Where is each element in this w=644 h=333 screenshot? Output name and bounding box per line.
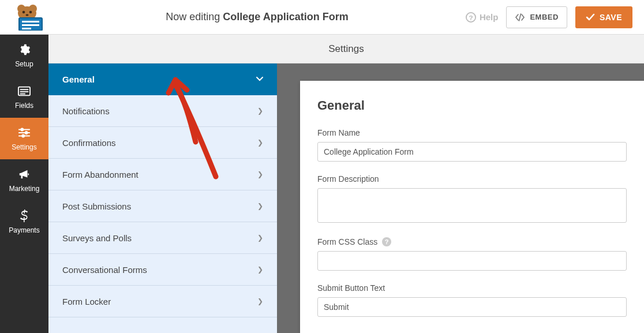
list-icon [18, 84, 31, 98]
settings-subheader: Settings [48, 35, 644, 63]
topbar-actions: ? Help EMBED SAVE [466, 6, 632, 28]
editing-form-name: College Application Form [223, 11, 348, 23]
svg-point-19 [25, 132, 28, 134]
embed-button[interactable]: EMBED [506, 6, 567, 28]
svg-point-21 [22, 134, 24, 137]
settings-menu: General Notifications ❯ Confirmations ❯ … [48, 63, 277, 333]
field-form-name: Form Name [317, 128, 627, 162]
settings-item-conversational-forms[interactable]: Conversational Forms ❯ [48, 254, 277, 286]
form-panel-container: General Form Name Form Description Form … [277, 63, 644, 333]
form-css-input[interactable] [317, 251, 627, 271]
nav-label: Fields [15, 102, 33, 110]
settings-item-label: Confirmations [62, 138, 116, 148]
settings-item-label: General [62, 74, 95, 84]
settings-item-label: Notifications [62, 106, 110, 116]
main-area: Setup Fields Settings Marketing Payments [0, 35, 644, 333]
chevron-right-icon: ❯ [257, 170, 263, 178]
check-icon [586, 13, 595, 21]
app-logo [6, 4, 48, 31]
settings-item-label: Conversational Forms [62, 265, 147, 275]
chevron-down-icon [256, 75, 263, 83]
settings-item-confirmations[interactable]: Confirmations ❯ [48, 127, 277, 159]
top-bar: Now editing College Application Form ? H… [0, 0, 644, 35]
form-description-label: Form Description [317, 174, 627, 184]
svg-point-3 [23, 10, 25, 13]
embed-label: EMBED [530, 13, 558, 21]
form-name-label: Form Name [317, 128, 627, 137]
svg-point-4 [29, 10, 32, 13]
nav-settings[interactable]: Settings [0, 118, 48, 159]
help-link[interactable]: ? Help [466, 12, 499, 23]
help-tooltip-icon[interactable]: ? [382, 237, 391, 246]
left-nav: Setup Fields Settings Marketing Payments [0, 35, 48, 333]
panel-heading: General [317, 98, 627, 113]
settings-item-label: Form Locker [62, 297, 111, 306]
chevron-right-icon: ❯ [257, 265, 263, 274]
nav-label: Setup [15, 60, 33, 68]
settings-item-label: Post Submissions [62, 201, 131, 211]
svg-rect-8 [22, 24, 39, 26]
nav-label: Payments [9, 226, 39, 234]
settings-item-label: Form Abandonment [62, 170, 138, 179]
nav-fields[interactable]: Fields [0, 76, 48, 118]
svg-rect-13 [20, 89, 29, 90]
settings-item-form-abandonment[interactable]: Form Abandonment ❯ [48, 159, 277, 190]
wpforms-logo-icon [11, 4, 43, 31]
chevron-right-icon: ❯ [257, 139, 263, 147]
svg-rect-7 [22, 21, 39, 23]
editing-prefix: Now editing [166, 11, 223, 23]
settings-item-notifications[interactable]: Notifications ❯ [48, 95, 277, 127]
svg-rect-9 [22, 28, 31, 29]
nav-payments[interactable]: Payments [0, 201, 48, 242]
svg-text:?: ? [469, 13, 473, 21]
help-label: Help [480, 12, 499, 22]
save-button[interactable]: SAVE [575, 6, 632, 28]
field-submit-button-text: Submit Button Text [317, 283, 627, 317]
gear-icon [18, 43, 31, 57]
nav-marketing[interactable]: Marketing [0, 159, 48, 201]
nav-label: Marketing [9, 185, 40, 193]
form-name-input[interactable] [317, 142, 627, 162]
help-icon: ? [466, 12, 476, 23]
form-description-input[interactable] [317, 188, 627, 223]
settings-subarea: Settings General Notifications ❯ Confirm… [48, 35, 644, 333]
settings-item-surveys-polls[interactable]: Surveys and Polls ❯ [48, 222, 277, 254]
subheader-title: Settings [328, 43, 364, 55]
settings-item-label: Surveys and Polls [62, 233, 132, 243]
field-form-description: Form Description [317, 174, 627, 225]
svg-rect-14 [20, 91, 29, 92]
svg-rect-15 [20, 93, 25, 95]
svg-point-5 [26, 14, 29, 16]
bullhorn-icon [18, 167, 31, 181]
chevron-right-icon: ❯ [257, 202, 263, 210]
submit-text-label: Submit Button Text [317, 283, 627, 293]
chevron-right-icon: ❯ [257, 297, 263, 305]
form-css-label-text: Form CSS Class [317, 237, 377, 246]
save-label: SAVE [600, 13, 622, 22]
general-settings-panel: General Form Name Form Description Form … [300, 81, 644, 333]
settings-item-post-submissions[interactable]: Post Submissions ❯ [48, 190, 277, 222]
editing-title: Now editing College Application Form [48, 11, 466, 23]
sliders-icon [18, 126, 31, 140]
chevron-right-icon: ❯ [257, 234, 263, 242]
nav-setup[interactable]: Setup [0, 35, 48, 76]
submit-text-input[interactable] [317, 297, 627, 317]
nav-label: Settings [12, 143, 36, 151]
settings-body: General Notifications ❯ Confirmations ❯ … [48, 63, 644, 333]
svg-point-17 [21, 128, 23, 130]
dollar-icon [20, 209, 29, 223]
form-css-label: Form CSS Class ? [317, 237, 627, 246]
field-form-css-class: Form CSS Class ? [317, 237, 627, 271]
embed-icon [515, 13, 525, 21]
chevron-right-icon: ❯ [257, 107, 263, 115]
settings-item-general[interactable]: General [48, 63, 277, 95]
settings-item-form-locker[interactable]: Form Locker ❯ [48, 286, 277, 317]
